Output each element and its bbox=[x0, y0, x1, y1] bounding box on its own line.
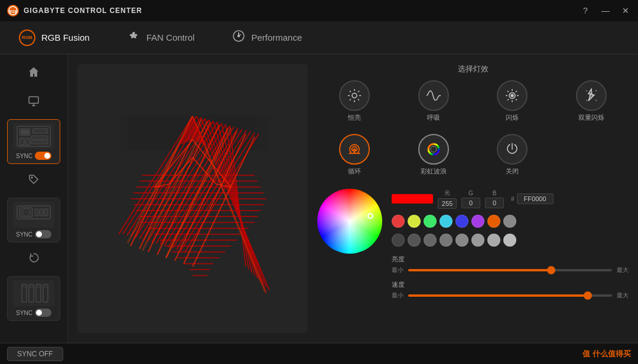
sidebar-home-icon[interactable] bbox=[23, 61, 44, 86]
hex-field: # FF0000 bbox=[511, 194, 554, 204]
svg-rect-10 bbox=[19, 138, 24, 145]
swatch-green[interactable] bbox=[424, 215, 437, 228]
hash-label: # bbox=[511, 196, 515, 202]
speed-slider[interactable] bbox=[408, 294, 612, 297]
sync-toggle-2[interactable] bbox=[35, 230, 51, 238]
color-wheel[interactable] bbox=[317, 189, 382, 254]
effect-cycle-label: 循环 bbox=[348, 167, 361, 176]
color-preview-bar bbox=[392, 194, 433, 204]
swatch-red[interactable] bbox=[392, 215, 405, 228]
sync-toggle-1[interactable] bbox=[35, 152, 51, 160]
speed-track-row: 最小 最大 bbox=[392, 291, 629, 300]
svg-line-113 bbox=[586, 100, 587, 101]
svg-text:RGB: RGB bbox=[8, 9, 18, 14]
swatch-gray[interactable] bbox=[503, 215, 516, 228]
effect-off[interactable]: 关闭 bbox=[476, 130, 550, 179]
swatch-orange[interactable] bbox=[487, 215, 500, 228]
effect-flash-label: 闪烁 bbox=[506, 113, 519, 122]
sync-label-2: SYNC bbox=[16, 231, 32, 238]
device-card-ram[interactable]: SYNC bbox=[7, 276, 60, 321]
swatch-cyan[interactable] bbox=[440, 215, 453, 228]
watermark: 值 什么值得买 bbox=[582, 349, 631, 359]
g-label: G bbox=[468, 190, 473, 196]
svg-line-106 bbox=[507, 99, 509, 100]
swatch-dark3[interactable] bbox=[424, 234, 437, 247]
color-wheel-container[interactable] bbox=[317, 189, 382, 254]
bottom-bar: SYNC OFF 值 什么值得买 bbox=[0, 343, 638, 364]
sidebar-monitor-icon[interactable] bbox=[23, 90, 44, 114]
sync-off-button[interactable]: SYNC OFF bbox=[7, 347, 63, 361]
svg-rect-13 bbox=[31, 140, 48, 144]
svg-line-105 bbox=[516, 99, 517, 100]
effect-double-flash-label: 双重闪烁 bbox=[578, 113, 604, 122]
svg-line-110 bbox=[586, 90, 587, 91]
svg-rect-11 bbox=[25, 138, 30, 145]
rgb-inputs: 光 255 G 0 B 0 # FF0000 bbox=[392, 189, 629, 209]
brightness-min-label: 最小 bbox=[392, 266, 403, 274]
sync-toggle-3[interactable] bbox=[35, 309, 51, 317]
rainbow-icon-circle bbox=[418, 134, 449, 165]
device-card-motherboard[interactable]: SYNC bbox=[7, 119, 60, 164]
svg-point-108 bbox=[511, 94, 513, 97]
effect-off-label: 关闭 bbox=[506, 167, 519, 176]
effect-breathe[interactable]: 呼吸 bbox=[396, 77, 471, 126]
swatch-dark1[interactable] bbox=[392, 234, 405, 247]
effect-cycle[interactable]: 循环 bbox=[317, 130, 392, 179]
device-card-gpu[interactable]: SYNC bbox=[7, 198, 60, 242]
swatch-dark4[interactable] bbox=[440, 234, 453, 247]
effect-double-flash[interactable]: 双重闪烁 bbox=[554, 77, 629, 126]
hex-value[interactable]: FF0000 bbox=[517, 194, 554, 204]
brightness-slider[interactable] bbox=[408, 269, 612, 271]
tab-performance[interactable]: Performance bbox=[225, 26, 309, 49]
effect-brightness[interactable]: 恒亮 bbox=[317, 77, 392, 126]
b-value[interactable]: 0 bbox=[485, 198, 504, 208]
sidebar-tag-icon[interactable] bbox=[23, 169, 44, 193]
tab-rgb[interactable]: RGB RGB Fusion bbox=[12, 26, 97, 50]
svg-line-104 bbox=[507, 91, 509, 92]
speed-thumb bbox=[584, 291, 592, 300]
tab-fan[interactable]: FAN Control bbox=[121, 26, 202, 49]
gpu-image bbox=[13, 202, 54, 228]
minimize-button[interactable]: — bbox=[600, 6, 611, 15]
r-label: 光 bbox=[444, 189, 450, 197]
tab-fan-label: FAN Control bbox=[147, 32, 195, 42]
speed-min-label: 最小 bbox=[392, 291, 403, 300]
svg-rect-5 bbox=[29, 97, 38, 103]
svg-point-114 bbox=[428, 144, 439, 155]
b-field: B 0 bbox=[485, 190, 504, 208]
svg-line-107 bbox=[516, 91, 517, 92]
brightness-icon-circle bbox=[339, 80, 370, 111]
svg-rect-8 bbox=[21, 130, 29, 135]
speed-title: 速度 bbox=[392, 280, 629, 289]
led-preview-svg bbox=[83, 69, 302, 329]
app-title: GIGABYTE CONTROL CENTER bbox=[24, 6, 142, 15]
title-bar: RGB GIGABYTE CONTROL CENTER ? — ✕ bbox=[0, 0, 638, 21]
swatch-blue[interactable] bbox=[455, 215, 468, 228]
r-field: 光 255 bbox=[438, 189, 457, 209]
svg-rect-19 bbox=[35, 209, 38, 216]
swatch-dark5[interactable] bbox=[455, 234, 468, 247]
effect-flash[interactable]: 闪烁 bbox=[476, 77, 550, 126]
swatch-dark8[interactable] bbox=[503, 234, 516, 247]
right-panel: 选择灯效 bbox=[317, 64, 629, 333]
svg-rect-20 bbox=[40, 209, 43, 216]
swatch-purple[interactable] bbox=[471, 215, 484, 228]
double-flash-icon-circle bbox=[576, 80, 607, 111]
app-icon: RGB bbox=[7, 5, 19, 17]
r-value[interactable]: 255 bbox=[438, 198, 457, 209]
svg-line-95 bbox=[350, 91, 351, 92]
close-button[interactable]: ✕ bbox=[620, 6, 631, 15]
motherboard-image bbox=[13, 123, 54, 149]
effect-rainbow[interactable]: 彩虹波浪 bbox=[396, 130, 471, 179]
swatch-yellow[interactable] bbox=[408, 215, 421, 228]
swatch-dark7[interactable] bbox=[487, 234, 500, 247]
g-value[interactable]: 0 bbox=[461, 198, 480, 208]
svg-line-98 bbox=[358, 91, 359, 92]
svg-rect-26 bbox=[22, 286, 26, 288]
sidebar-refresh-icon[interactable] bbox=[23, 247, 44, 271]
device-sync-row-3: SYNC bbox=[16, 309, 51, 317]
flash-icon-circle bbox=[497, 80, 528, 111]
help-button[interactable]: ? bbox=[580, 6, 591, 15]
swatch-dark6[interactable] bbox=[471, 234, 484, 247]
swatch-dark2[interactable] bbox=[408, 234, 421, 247]
